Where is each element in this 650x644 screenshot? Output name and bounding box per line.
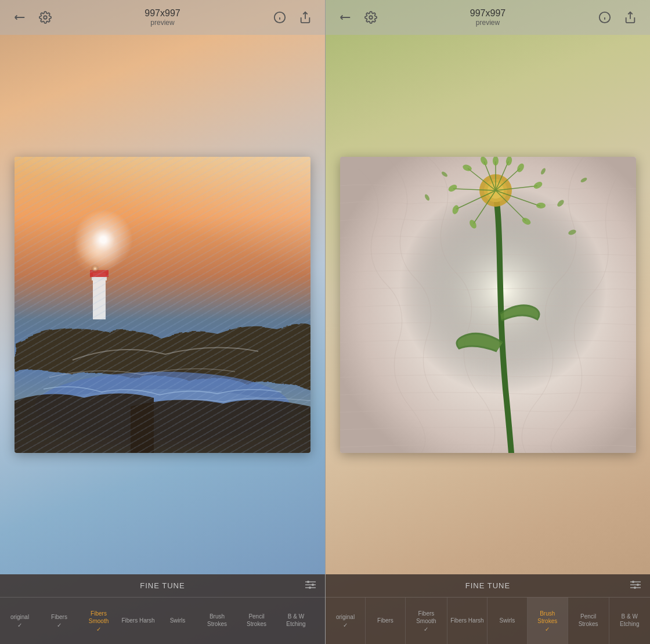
filter-pencil-strokes[interactable]: Pencil Strokes [237,598,276,644]
svg-point-9 [35,372,290,441]
filter-brush-strokes[interactable]: Brush Strokes [197,598,237,644]
right-top-bar-left [335,7,381,28]
right-image-area [326,35,650,574]
left-title: 997x997 [145,8,180,19]
filter-fibers[interactable]: Fibers [366,598,405,644]
left-fine-tune-label: FINE TUNE [140,581,185,590]
filter-bw-etching[interactable]: B & W Etching [609,598,650,644]
left-main-image [15,157,310,453]
svg-point-60 [637,584,639,586]
right-main-image [340,157,636,453]
left-top-bar-right [269,7,316,28]
filter-original[interactable]: original ✓ [0,598,39,644]
svg-point-17 [309,587,311,589]
svg-point-59 [632,581,634,583]
svg-point-42 [536,203,546,208]
left-header-center: 997x997 preview [145,8,180,27]
svg-point-11 [89,263,110,284]
info-icon[interactable] [269,7,290,28]
left-top-bar-left [9,7,56,28]
svg-point-61 [634,587,636,589]
svg-point-18 [369,16,373,19]
left-tune-icon[interactable] [305,581,316,591]
left-image-area [0,35,325,574]
right-subtitle: preview [476,19,500,27]
left-fine-tune-bar: FINE TUNE [0,574,325,598]
right-filter-scroll: original ✓ Fibers Fibers Smooth ✓ Fibers… [326,598,650,644]
filter-original[interactable]: original ✓ [326,598,365,644]
gear-icon[interactable] [360,7,381,28]
left-subtitle: preview [150,19,174,27]
filter-pencil-strokes[interactable]: Pencil Strokes [568,598,609,644]
filter-fibers-smooth[interactable]: Fibers Smooth ✓ [79,598,118,644]
lighthouse-artwork [15,157,310,453]
left-panel: 997x997 preview [0,0,325,644]
left-bottom-controls: FINE TUNE original ✓ Fibers ✓ [0,574,325,644]
svg-rect-7 [90,270,109,277]
share-right-icon[interactable] [620,7,641,28]
right-header-center: 997x997 preview [470,8,505,27]
gear-icon[interactable] [35,7,56,28]
svg-point-15 [307,581,309,583]
svg-point-16 [312,584,314,586]
right-bottom-controls: FINE TUNE original ✓ Fibers [326,574,650,644]
filter-fibers-harsh[interactable]: Fibers Harsh [447,598,487,644]
right-title: 997x997 [470,8,505,19]
right-fine-tune-label: FINE TUNE [465,581,510,590]
share-left-icon[interactable] [9,7,30,28]
svg-rect-5 [15,157,310,453]
svg-point-10 [23,389,302,447]
right-panel: 997x997 preview [325,0,650,644]
share-left-icon[interactable] [335,7,356,28]
svg-point-0 [44,16,47,19]
right-fine-tune-bar: FINE TUNE [326,574,650,598]
left-top-bar: 997x997 preview [0,0,325,35]
filter-swirls[interactable]: Swirls [488,598,527,644]
filter-fibers[interactable]: Fibers ✓ [39,598,79,644]
right-top-bar-right [594,7,641,28]
left-filter-scroll: original ✓ Fibers ✓ Fibers Smooth ✓ Fibe… [0,598,325,644]
svg-rect-6 [93,273,106,319]
svg-rect-8 [92,277,107,280]
filter-brush-strokes[interactable]: Brush Strokes ✓ [528,598,568,644]
info-icon[interactable] [594,7,615,28]
filter-fibers-smooth[interactable]: Fibers Smooth ✓ [406,598,447,644]
right-top-bar: 997x997 preview [326,0,650,35]
dandelion-artwork [340,157,636,453]
right-tune-icon[interactable] [630,581,641,591]
filter-more[interactable]: C [316,598,325,644]
filter-fibers-harsh[interactable]: Fibers Harsh [118,598,158,644]
share-right-icon[interactable] [295,7,316,28]
filter-swirls[interactable]: Swirls [158,598,197,644]
filter-bw-etching[interactable]: B & W Etching [276,598,316,644]
